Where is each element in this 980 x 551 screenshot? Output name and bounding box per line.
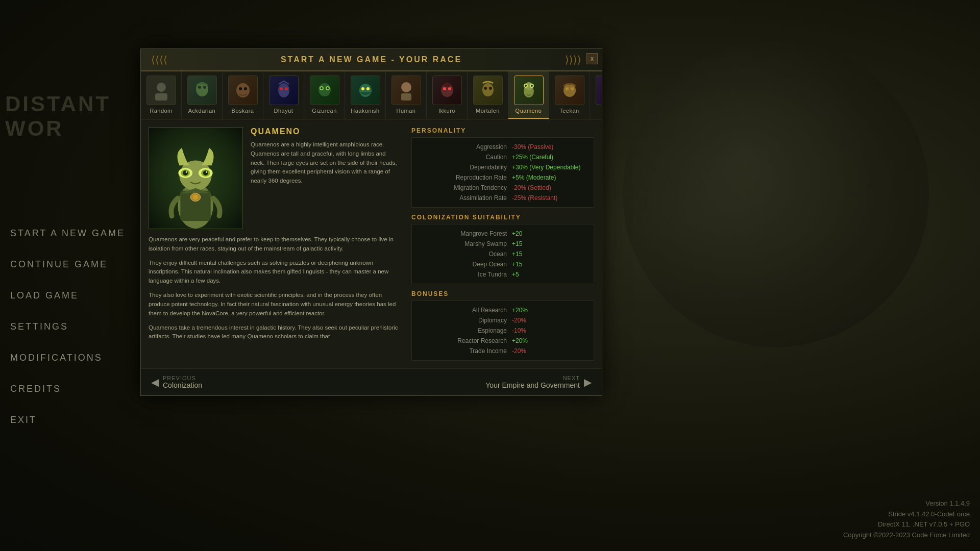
race-item-boskara[interactable]: Boskara [223, 71, 263, 119]
race-name-gizurean: Gizurean [312, 108, 337, 114]
stat-tundra: Ice Tundra +5 [417, 269, 589, 280]
stat-assimilation: Assimilation Rate -25% (Resistant) [417, 193, 589, 203]
race-item-random[interactable]: Random [141, 71, 182, 119]
bonuses-stats-box: All Research +20% Diplomacy -20% Espiona… [411, 300, 594, 361]
prev-nav-text: PREVIOUS Colonization [163, 375, 202, 389]
stat-label-diplomacy: Diplomacy [417, 317, 507, 324]
stat-value-dependability: +30% (Very Dependable) [507, 164, 589, 171]
next-button[interactable]: NEXT Your Empire and Government ▶ [485, 375, 592, 389]
race-avatar-teekan [555, 76, 584, 105]
race-item-ackdarian[interactable]: Ackdarian [182, 71, 223, 119]
stat-value-reactor-research: +20% [507, 337, 589, 344]
left-panel: QUAMENO Quamenos are a highly intelligen… [141, 119, 409, 368]
next-arrow-icon: ▶ [584, 376, 592, 388]
stat-deep-ocean: Deep Ocean +15 [417, 259, 589, 269]
menu-item-continue-game[interactable]: CONTINUE GAME [10, 257, 143, 272]
prev-label: PREVIOUS [163, 375, 202, 381]
svg-point-14 [321, 87, 323, 89]
personality-section: PERSONALITY Aggression -30% (Passive) Ca… [411, 127, 594, 208]
menu-item-start-new-game[interactable]: START A NEW GAME [10, 226, 143, 241]
race-name-human: Human [397, 108, 416, 114]
svg-point-25 [484, 87, 487, 90]
stat-migration: Migration Tendency -20% (Settled) [417, 183, 589, 193]
race-item-haakonish[interactable]: Haakonish [345, 71, 386, 119]
stat-label-aggression: Aggression [417, 143, 507, 151]
menu-item-settings[interactable]: SETTINGS [10, 319, 143, 335]
desc-para-2: They enjoy difficult mental challenges s… [149, 259, 401, 286]
svg-point-6 [239, 87, 242, 90]
stat-value-espionage: -10% [507, 327, 589, 334]
header-chevron-right: ⟩⟩⟩⟩ [565, 54, 581, 66]
menu-items: START A NEW GAME CONTINUE GAME LOAD GAME… [10, 226, 143, 428]
race-item-dhayut[interactable]: Dhayut [263, 71, 304, 119]
race-item-human[interactable]: Human [386, 71, 427, 119]
stat-label-espionage: Espionage [417, 327, 507, 334]
stat-label-assimilation: Assimilation Rate [417, 194, 507, 202]
stat-mangrove: Mangrove Forest +20 [417, 229, 589, 239]
race-item-mortalen[interactable]: Mortalen [468, 71, 508, 119]
race-item-quameno[interactable]: Quameno [508, 71, 549, 119]
race-item-gizurean[interactable]: Gizurean [304, 71, 345, 119]
header-chevron-left: ⟨⟨⟨⟨ [151, 54, 167, 66]
stat-value-tundra: +5 [507, 271, 589, 278]
desc-para-1: Quamenos are very peaceful and prefer to… [149, 235, 401, 254]
stat-value-diplomacy: -20% [507, 317, 589, 324]
svg-point-50 [186, 171, 187, 173]
race-item-teekan[interactable]: Teekan [549, 71, 590, 119]
version-line4: Copyright ©2022-2023 Code Force Limited [843, 530, 970, 541]
stat-label-migration: Migration Tendency [417, 184, 507, 191]
close-button[interactable]: x [586, 53, 598, 64]
stat-value-migration: -20% (Settled) [507, 184, 589, 191]
version-line2: Stride v4.1.42.0-CodeForce [843, 509, 970, 520]
stat-value-assimilation: -25% (Resistant) [507, 194, 589, 202]
svg-point-16 [359, 84, 372, 97]
bonuses-header: BONUSES [411, 290, 594, 297]
desc-para-3: They also love to experiment with exotic… [149, 291, 401, 318]
svg-point-3 [198, 86, 201, 89]
svg-point-22 [443, 87, 446, 90]
stat-label-marshy: Marshy Swamp [417, 240, 507, 247]
stat-trade-income: Trade Income -20% [417, 346, 589, 356]
race-portrait [149, 127, 243, 229]
race-avatar-human [391, 76, 421, 105]
svg-point-31 [525, 85, 527, 87]
personality-header: PERSONALITY [411, 127, 594, 134]
stat-aggression: Aggression -30% (Passive) [417, 142, 589, 152]
menu-item-load-game[interactable]: LOAD GAME [10, 288, 143, 304]
stat-label-reactor-research: Reactor Research [417, 337, 507, 344]
version-info: Version 1.1.4.9 Stride v4.1.42.0-CodeFor… [843, 498, 970, 541]
svg-point-32 [531, 85, 533, 87]
stat-value-reproduction: +5% (Moderate) [507, 174, 589, 181]
svg-rect-1 [155, 93, 167, 101]
race-item-zenox[interactable]: Zen... [590, 71, 602, 119]
race-item-ikkuro[interactable]: Ikkuro [427, 71, 468, 119]
next-nav-text: NEXT Your Empire and Government [485, 375, 580, 389]
desc-full: Quamenos are very peaceful and prefer to… [149, 235, 401, 341]
prev-page: Colonization [163, 381, 202, 389]
race-name-haakonish: Haakonish [351, 108, 379, 114]
race-avatar-random [146, 76, 176, 105]
svg-point-7 [244, 87, 247, 90]
colonization-section: COLONIZATION SUITABILITY Mangrove Forest… [411, 214, 594, 284]
version-line1: Version 1.1.4.9 [843, 498, 970, 509]
stat-label-deep-ocean: Deep Ocean [417, 261, 507, 268]
menu-item-exit[interactable]: EXIT [10, 412, 143, 428]
dialog-body: QUAMENO Quamenos are a highly intelligen… [141, 119, 602, 368]
svg-point-0 [157, 83, 166, 92]
svg-point-4 [203, 86, 206, 89]
left-menu: DISTANT WOR START A NEW GAME CONTINUE GA… [0, 0, 143, 551]
stat-caution: Caution +25% (Careful) [417, 152, 589, 162]
race-name-mortalen: Mortalen [476, 108, 500, 114]
stat-dependability: Dependability +30% (Very Dependable) [417, 162, 589, 172]
menu-item-modifications[interactable]: MODIFICATIONS [10, 350, 143, 366]
menu-item-credits[interactable]: CREDITS [10, 381, 143, 397]
stat-ocean: Ocean +15 [417, 249, 589, 259]
svg-point-24 [482, 83, 494, 96]
previous-button[interactable]: ◀ PREVIOUS Colonization [151, 375, 202, 389]
svg-point-9 [280, 87, 283, 90]
race-name-ackdarian: Ackdarian [188, 108, 215, 114]
stat-value-marshy: +15 [507, 240, 589, 247]
race-avatar-quameno [514, 76, 544, 105]
stat-label-ocean: Ocean [417, 251, 507, 258]
race-selector-strip: Random Ackdarian [141, 71, 602, 119]
